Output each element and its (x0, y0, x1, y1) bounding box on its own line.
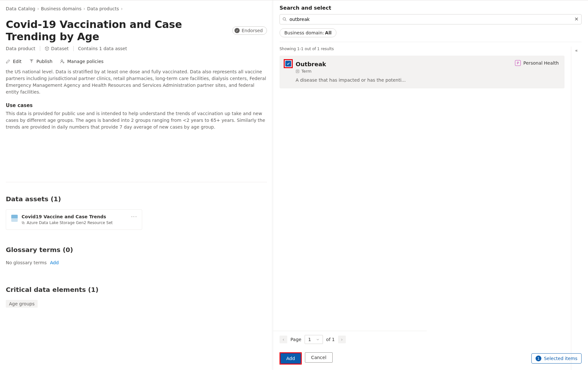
asset-card[interactable]: Covid19 Vaccine and Case Trends Azure Da… (6, 209, 142, 230)
meta-row: Data product Dataset Contains 1 data ass… (6, 46, 267, 51)
cde-heading: Critical data elements (1) (6, 286, 267, 293)
result-domain: P Personal Health (515, 60, 559, 66)
endorsed-badge: ✓ Endorsed (232, 26, 267, 35)
search-input-wrapper[interactable]: ✕ (280, 14, 582, 24)
result-card[interactable]: Outbreak Term A disease that has impacte… (280, 56, 565, 88)
pager-select[interactable]: 1 (305, 335, 323, 344)
glossary-terms-heading: Glossary terms (0) (6, 246, 267, 254)
glossary-empty: No glossary terms (6, 260, 47, 265)
domain-filter-pill[interactable]: Business domain: All (280, 28, 336, 37)
pager-prev[interactable]: ‹ (280, 336, 287, 343)
result-description: A disease that has impacted or has the p… (296, 77, 559, 83)
panel-title: Search and select (280, 5, 582, 11)
endorsed-label: Endorsed (242, 28, 263, 33)
svg-point-4 (283, 18, 286, 20)
check-icon: ✓ (234, 28, 240, 33)
add-button[interactable]: Add (280, 353, 301, 364)
pager: ‹ Page 1 of 1 › (273, 331, 427, 348)
resource-set-icon (22, 221, 25, 224)
publish-button[interactable]: Publish (29, 59, 52, 64)
cancel-button[interactable]: Cancel (305, 352, 332, 363)
highlight-box (284, 59, 293, 68)
more-icon[interactable]: ··· (131, 214, 137, 219)
use-cases-heading: Use cases (6, 103, 267, 108)
chevron-right-icon: › (83, 6, 85, 11)
highlight-box: Add (280, 352, 302, 365)
term-icon (296, 69, 299, 73)
crumb-data-catalog[interactable]: Data Catalog (6, 6, 35, 11)
result-type: Term (296, 69, 559, 74)
result-count: Showing 1-1 out of 1 results (280, 47, 565, 51)
description-text: the US national level. Data is stratifie… (6, 68, 267, 95)
svg-rect-5 (296, 70, 299, 73)
crumb-business-domains[interactable]: Business domains (41, 6, 81, 11)
pencil-icon (6, 59, 10, 64)
person-gear-icon (60, 59, 65, 64)
breadcrumb: Data Catalog › Business domains › Data p… (6, 6, 267, 11)
section-divider (6, 182, 267, 182)
dataset-type: Dataset (45, 46, 69, 51)
search-icon (282, 17, 287, 22)
domain-letter-icon: P (515, 60, 521, 66)
svg-point-0 (61, 60, 63, 61)
cube-icon (45, 46, 49, 51)
search-select-panel: Search and select ✕ Business domain: All… (273, 0, 588, 370)
product-type: Data product (6, 46, 35, 51)
toolbar: Edit Publish Manage policies (6, 59, 267, 64)
add-glossary-link[interactable]: Add (50, 260, 59, 265)
chevron-right-icon: › (121, 6, 123, 11)
svg-point-1 (63, 62, 64, 63)
cde-tag[interactable]: Age groups (6, 300, 38, 308)
page-title: Covid-19 Vaccination and Case Trending b… (6, 18, 228, 43)
edit-button[interactable]: Edit (6, 59, 22, 64)
manage-policies-button[interactable]: Manage policies (60, 59, 104, 64)
clear-icon[interactable]: ✕ (574, 17, 579, 22)
crumb-data-products[interactable]: Data products (87, 6, 119, 11)
search-input[interactable] (289, 17, 572, 22)
chevron-down-icon (316, 338, 319, 341)
upload-icon (29, 59, 34, 64)
data-assets-heading: Data assets (1) (6, 195, 267, 203)
data-lake-icon (11, 215, 18, 222)
selected-items-button[interactable]: 1 Selected items (531, 353, 582, 364)
chevron-right-icon: › (37, 6, 39, 11)
pager-next[interactable]: › (338, 336, 346, 343)
contains-count: Contains 1 data asset (78, 46, 127, 51)
use-cases-text: This data is provided for public use and… (6, 110, 267, 131)
collapse-icon[interactable]: « (575, 48, 578, 370)
asset-name: Covid19 Vaccine and Case Trends (22, 214, 113, 219)
asset-subtype: Azure Data Lake Storage Gen2 Resource Se… (22, 221, 113, 225)
selected-count-badge: 1 (536, 356, 541, 361)
